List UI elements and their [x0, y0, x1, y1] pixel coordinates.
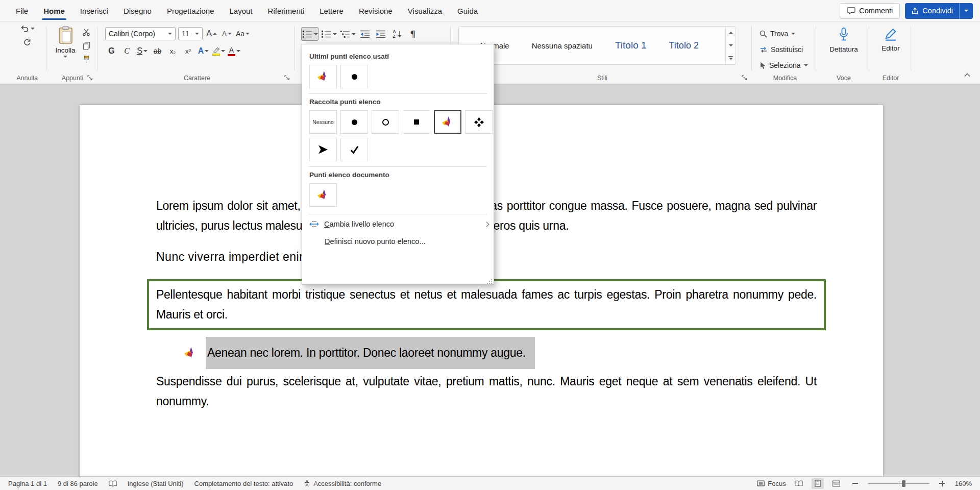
bullet-tile-checkmark[interactable]	[340, 138, 368, 161]
copy-button[interactable]	[81, 41, 92, 51]
sort-button[interactable]: AZ	[389, 27, 405, 41]
bullet-tile-picture-star-selected[interactable]	[434, 110, 461, 134]
print-layout-button[interactable]	[812, 478, 824, 489]
numbering-button[interactable]	[320, 27, 337, 41]
style-item-titolo-1[interactable]: Titolo 1	[615, 40, 647, 51]
tab-inserisci[interactable]: Inserisci	[72, 0, 116, 21]
tab-guida[interactable]: Guida	[450, 0, 485, 21]
styles-group: Normale Nessuna spaziatu Titolo 1 Titolo…	[455, 22, 749, 84]
gallery-scroll-up-button[interactable]	[726, 27, 736, 39]
bullet-tile-hollow-circle[interactable]	[372, 110, 399, 134]
find-button[interactable]: Trova	[760, 28, 795, 40]
shrink-font-button[interactable]: A	[220, 27, 233, 40]
font-size-combobox[interactable]: 11	[178, 27, 203, 40]
strikethrough-button[interactable]: ab	[151, 44, 164, 58]
paste-button[interactable]: Incolla	[52, 26, 79, 70]
tab-file[interactable]: File	[8, 0, 36, 21]
style-item-titolo-2[interactable]: Titolo 2	[669, 40, 699, 51]
collapse-ribbon-button[interactable]	[962, 70, 973, 80]
editor-button[interactable]: Editor	[874, 27, 908, 52]
change-list-level-item[interactable]: Cambia livello elenco	[302, 215, 494, 233]
tab-home[interactable]: Home	[36, 0, 72, 21]
gallery-more-button[interactable]	[726, 52, 736, 64]
gallery-scroll-down-button[interactable]	[726, 39, 736, 52]
tab-layout[interactable]: Layout	[222, 0, 260, 21]
page-indicator[interactable]: Pagina 1 di 1	[8, 480, 47, 487]
cursor-select-icon	[760, 62, 766, 69]
zoom-slider[interactable]	[868, 480, 929, 487]
replace-button[interactable]: Sostituisci	[760, 43, 803, 56]
tab-progettazione[interactable]: Progettazione	[159, 0, 222, 21]
subscript-button[interactable]: x₂	[166, 44, 179, 58]
comments-button[interactable]: Commenti	[840, 3, 900, 19]
change-case-button[interactable]: Aa	[236, 27, 250, 40]
menu-resize-grip[interactable]	[486, 277, 493, 283]
increase-indent-button[interactable]	[374, 27, 388, 41]
four-diamonds-bullet-icon	[474, 117, 484, 127]
share-dropdown[interactable]	[959, 3, 973, 19]
font-color-button[interactable]: A	[228, 44, 240, 58]
bullet-tile-filled-circle[interactable]	[340, 65, 368, 88]
font-family-combobox[interactable]: Calibri (Corpo)	[105, 27, 176, 40]
bold-button[interactable]: G	[105, 44, 118, 58]
bullet-tile-picture-star[interactable]	[309, 65, 337, 88]
decrease-indent-button[interactable]	[358, 27, 372, 41]
bullet-tile-arrowhead[interactable]	[309, 138, 337, 161]
tab-revisione[interactable]: Revisione	[351, 0, 400, 21]
select-button[interactable]: Seleziona	[760, 59, 808, 71]
proofing-status[interactable]	[109, 480, 117, 487]
tab-lettere[interactable]: Lettere	[312, 0, 351, 21]
style-item-nessuna-spaziatura[interactable]: Nessuna spaziatu	[532, 41, 593, 50]
word-count[interactable]: 9 di 86 parole	[58, 480, 98, 487]
grow-font-letter: A	[206, 29, 212, 38]
zoom-in-button[interactable]	[936, 478, 948, 489]
text-effects-button[interactable]: A	[197, 44, 210, 58]
bullet-tile-filled-circle[interactable]	[340, 110, 368, 134]
tab-riferimenti[interactable]: Riferimenti	[260, 0, 312, 21]
undo-button[interactable]	[16, 22, 38, 35]
clipboard-group: Incolla Appunti	[50, 22, 95, 84]
redo-icon	[23, 38, 32, 46]
green-border-paragraph[interactable]: Pellentesque habitant morbi tristique se…	[147, 279, 826, 330]
bullets-button[interactable]	[301, 27, 318, 41]
font-size-value: 11	[182, 30, 189, 38]
tab-visualizza[interactable]: Visualizza	[400, 0, 450, 21]
share-button[interactable]: Condividi	[905, 3, 973, 19]
dictate-button[interactable]: Dettatura	[821, 27, 867, 53]
multilevel-list-button[interactable]	[339, 27, 356, 41]
accessibility-status[interactable]: Accessibilità: conforme	[304, 480, 381, 487]
tab-disegno[interactable]: Disegno	[116, 0, 159, 21]
bullet-list-item[interactable]: Aenean nec lorem. In porttitor. Donec la…	[184, 337, 817, 369]
language-indicator[interactable]: Inglese (Stati Uniti)	[128, 480, 184, 487]
superscript-button[interactable]: x²	[182, 44, 194, 58]
highlight-color-button[interactable]	[212, 44, 225, 58]
grow-font-button[interactable]: A	[205, 27, 218, 40]
underline-button[interactable]: S	[136, 44, 149, 58]
show-formatting-marks-button[interactable]: ¶	[406, 27, 420, 41]
read-mode-button[interactable]	[793, 478, 805, 489]
zoom-slider-thumb[interactable]	[902, 480, 905, 487]
format-painter-button[interactable]	[81, 55, 92, 65]
italic-button[interactable]: C	[120, 44, 133, 58]
zoom-level[interactable]: 160%	[955, 480, 972, 487]
chevron-up-icon	[213, 33, 217, 35]
bullet-library-row-1: Nessuno	[302, 110, 494, 134]
bullet-list-icon	[302, 30, 312, 38]
cut-button[interactable]	[81, 27, 92, 37]
text-completion-status[interactable]: Completamento del testo: attivato	[194, 480, 293, 487]
redo-button[interactable]	[16, 35, 38, 48]
bullet-tile-four-diamonds[interactable]	[465, 110, 493, 134]
bullet-tile-filled-square[interactable]	[403, 110, 430, 134]
focus-mode-button[interactable]: Focus	[757, 480, 786, 487]
chevron-down-icon	[195, 33, 199, 35]
bullet-tile-none[interactable]: Nessuno	[309, 110, 337, 134]
editing-group: Trova Sostituisci Seleziona Modifica	[756, 22, 814, 84]
selected-text-highlight[interactable]: Aenean nec lorem. In porttitor. Donec la…	[206, 337, 535, 369]
bullet-tile-picture-star[interactable]	[309, 183, 337, 207]
paragraph[interactable]: Suspendisse dui purus, scelerisque at, v…	[156, 372, 817, 411]
zoom-out-button[interactable]	[849, 478, 862, 489]
define-new-bullet-item[interactable]: Definisci nuovo punto elenco...	[302, 233, 494, 250]
focus-icon	[757, 480, 765, 486]
strikethrough-letters: ab	[154, 47, 162, 55]
web-layout-button[interactable]	[830, 478, 843, 489]
